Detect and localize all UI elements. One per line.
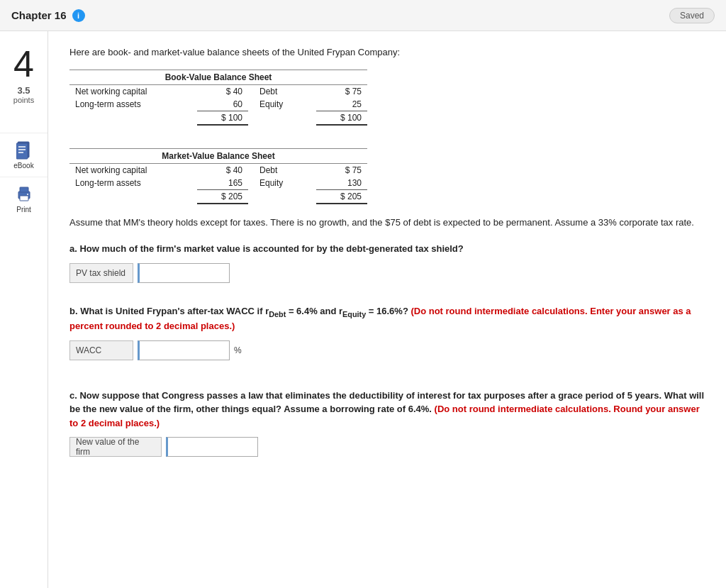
svg-rect-6 — [20, 187, 28, 192]
section-divider — [69, 137, 705, 148]
new-value-label: New value of the firm — [69, 437, 162, 457]
pv-tax-shield-input[interactable] — [138, 263, 230, 283]
ebook-icon — [14, 140, 34, 160]
part-a: a. How much of the firm's market value i… — [69, 242, 705, 283]
print-label: Print — [16, 206, 31, 213]
ebook-label: eBook — [13, 162, 33, 170]
part-b-text-normal: What is United Frypan's after-tax WACC i… — [80, 306, 411, 316]
mv-liab-total: $ 205 — [316, 189, 367, 204]
market-value-table: Market-Value Balance Sheet Net working c… — [69, 148, 367, 204]
bv-liab-val-2: 25 — [316, 98, 367, 111]
part-b: b. What is United Frypan's after-tax WAC… — [69, 304, 705, 360]
mv-liab-val-2: 130 — [316, 177, 367, 190]
question-number: 4 — [6, 38, 41, 82]
bv-asset-label-1: Net working capital — [69, 84, 197, 98]
ebook-button[interactable]: eBook — [0, 133, 48, 177]
points-label: points — [13, 96, 34, 104]
part-a-text: How much of the firm's market value is a… — [79, 243, 463, 254]
bv-liab-spacer — [248, 111, 316, 125]
pv-tax-shield-label: PV tax shield — [69, 263, 133, 283]
bv-asset-val-1: $ 40 — [197, 84, 248, 98]
percent-symbol: % — [234, 345, 242, 355]
saved-badge: Saved — [669, 8, 715, 23]
book-value-table-container: Book-Value Balance Sheet Net working cap… — [69, 70, 705, 126]
svg-rect-1 — [16, 143, 28, 159]
mv-asset-label-2: Long-term assets — [69, 177, 197, 190]
new-value-input[interactable] — [166, 437, 258, 457]
chapter-title: Chapter 16 — [11, 9, 67, 21]
part-c: c. Now suppose that Congress passes a la… — [69, 389, 705, 457]
bv-asset-val-2: 60 — [197, 98, 248, 111]
content-area: Here are book- and market-value balance … — [48, 31, 726, 588]
bv-total-spacer — [69, 111, 197, 125]
bv-liab-label-2: Equity — [248, 98, 316, 111]
wacc-label: WACC — [69, 340, 133, 360]
mv-row-2: Long-term assets 165 Equity 130 — [69, 177, 367, 190]
print-icon — [14, 184, 34, 204]
market-value-table-container: Market-Value Balance Sheet Net working c… — [69, 148, 705, 204]
book-value-table: Book-Value Balance Sheet Net working cap… — [69, 70, 367, 126]
part-a-input-row: PV tax shield — [69, 263, 705, 283]
bv-liab-val-1: $ 75 — [316, 84, 367, 98]
part-b-input-row: WACC % — [69, 340, 705, 360]
page-header: Chapter 16 i Saved — [0, 0, 726, 31]
header-left: Chapter 16 i — [11, 9, 85, 22]
book-value-row-2: Long-term assets 60 Equity 25 — [69, 98, 367, 111]
wacc-input[interactable] — [138, 340, 230, 360]
book-value-title: Book-Value Balance Sheet — [69, 70, 367, 84]
book-value-row-1: Net working capital $ 40 Debt $ 75 — [69, 84, 367, 98]
points-value: 3.5 — [13, 85, 34, 96]
mv-asset-total: $ 205 — [197, 189, 248, 204]
mv-liab-spacer — [248, 189, 316, 204]
bv-liab-label-1: Debt — [248, 84, 316, 98]
mv-asset-val-2: 165 — [197, 177, 248, 190]
book-value-total-row: $ 100 $ 100 — [69, 111, 367, 125]
bv-asset-total: $ 100 — [197, 111, 248, 125]
part-c-input-row: New value of the firm — [69, 437, 705, 457]
bv-liab-total: $ 100 — [316, 111, 367, 125]
mv-liab-label-2: Equity — [248, 177, 316, 190]
info-icon[interactable]: i — [72, 9, 85, 22]
main-layout: 4 3.5 points eBook — [0, 31, 726, 588]
bv-asset-label-2: Long-term assets — [69, 98, 197, 111]
part-b-label: b. What is United Frypan's after-tax WAC… — [69, 304, 705, 333]
part-c-label: c. Now suppose that Congress passes a la… — [69, 389, 705, 431]
mv-liab-val-1: $ 75 — [316, 163, 367, 177]
print-button[interactable]: Print — [0, 177, 48, 221]
market-value-title: Market-Value Balance Sheet — [69, 148, 367, 163]
question-intro: Here are book- and market-value balance … — [69, 45, 705, 60]
part-a-label: a. How much of the firm's market value i… — [69, 242, 705, 256]
mv-total-spacer — [69, 189, 197, 204]
mv-row-1: Net working capital $ 40 Debt $ 75 — [69, 163, 367, 177]
mv-asset-val-1: $ 40 — [197, 163, 248, 177]
mv-total-row: $ 205 $ 205 — [69, 189, 367, 204]
svg-point-8 — [27, 194, 28, 195]
mv-liab-label-1: Debt — [248, 163, 316, 177]
mv-asset-label-1: Net working capital — [69, 163, 197, 177]
svg-rect-7 — [20, 196, 28, 201]
assumption-text: Assume that MM's theory holds except for… — [69, 216, 705, 230]
sidebar: 4 3.5 points eBook — [0, 31, 48, 588]
